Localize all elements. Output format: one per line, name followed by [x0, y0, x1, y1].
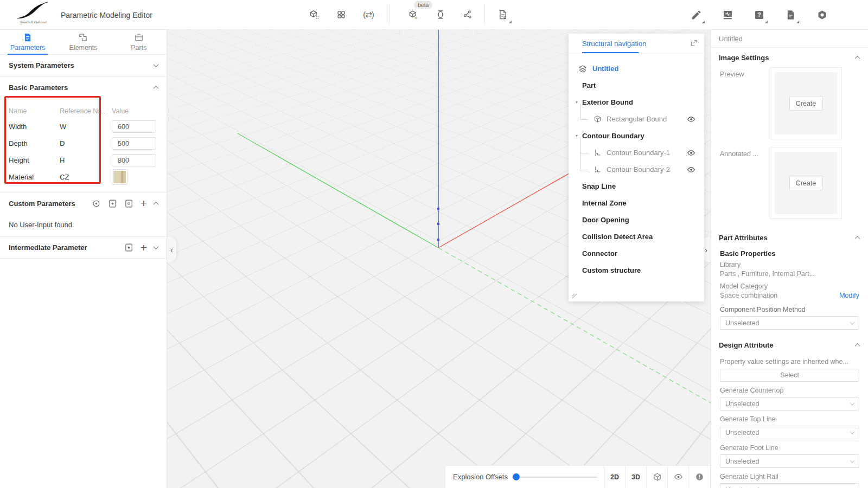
document-list-icon[interactable] [781, 5, 800, 24]
create-annotated-button[interactable]: Create [789, 176, 823, 190]
toolbar-divider [389, 4, 390, 25]
structural-navigation-panel: Structural navigation Untitled Part ▾ Ex… [569, 34, 704, 301]
explosion-offsets-slider[interactable] [512, 477, 597, 478]
import-starred-icon[interactable]: ★ [124, 243, 133, 252]
target-icon[interactable] [92, 199, 101, 208]
nav-item-part[interactable]: Part [569, 77, 704, 94]
generate-countertop-field: Generate Countertop Unselected [711, 387, 868, 410]
import-marked-icon[interactable] [124, 199, 133, 208]
tab-parts[interactable]: Parts [111, 30, 167, 54]
nav-item-rectangular-bound[interactable]: Rectangular Bound [569, 111, 704, 127]
mode-3d-button[interactable]: 3D [625, 466, 646, 488]
table-row-depth: Depth D [9, 135, 158, 152]
no-user-input-text: No User-Input found. [0, 214, 167, 237]
generate-foot-line-field: Generate Foot Line Unselected [711, 444, 868, 468]
generate-top-line-dropdown[interactable]: Unselected [720, 426, 859, 439]
visibility-button[interactable] [667, 466, 688, 488]
nav-item-contour-boundary-2[interactable]: Contour Boundary-2 [569, 161, 704, 178]
visibility-eye-icon[interactable] [687, 115, 695, 124]
visibility-eye-icon[interactable] [687, 165, 695, 174]
activity-monitor-icon[interactable] [718, 5, 737, 24]
model-category-label: Model Category [711, 282, 868, 290]
col-header-reference: Reference Na.. [60, 107, 112, 115]
model-category-value: Space combination [720, 292, 777, 299]
component-library-icon[interactable] [305, 5, 323, 24]
toolbar-group-functions: beta fx [404, 5, 477, 24]
modify-link[interactable]: Modify [839, 292, 859, 299]
generate-countertop-dropdown[interactable]: Unselected [720, 397, 859, 410]
contour-icon [593, 149, 602, 157]
attributes-panel: Untitled Image Settings Preview Create A… [711, 30, 868, 488]
nav-title-underline [582, 52, 639, 54]
settings-nut-icon[interactable] [813, 5, 831, 24]
tab-label: Elements [69, 44, 97, 52]
create-preview-button[interactable]: Create [789, 96, 823, 111]
pattern-array-icon[interactable] [332, 5, 350, 24]
nav-item-custom-structure[interactable]: Custom structure [569, 262, 704, 279]
section-intermediate-parameter[interactable]: Intermediate Parameter ★ + [0, 237, 167, 259]
document-export-icon[interactable] [494, 5, 512, 24]
logo-text: SeaGull Cabinet [15, 21, 51, 24]
section-system-parameters[interactable]: System Parameters [0, 55, 167, 76]
swap-parameters-icon[interactable]: (⇄) [359, 5, 378, 24]
nav-tree: Untitled Part ▾ Exterior Bound Rectangul… [569, 54, 704, 301]
nav-item-snap-line[interactable]: Snap Line [569, 178, 704, 195]
cube-view-button[interactable] [646, 466, 667, 488]
layers-icon [578, 65, 587, 73]
nav-item-internal-zone[interactable]: Internal Zone [569, 195, 704, 211]
height-value-input[interactable] [112, 154, 156, 166]
chevron-down-icon [850, 401, 854, 405]
nav-item-connector[interactable]: Connector [569, 245, 704, 262]
tab-elements[interactable]: Elements [55, 30, 111, 54]
nav-item-door-opening[interactable]: Door Opening [569, 211, 704, 228]
document-title: Untitled [711, 30, 868, 48]
annotated-label: Annotated ... [720, 147, 770, 219]
material-swatch[interactable] [112, 169, 127, 185]
generate-light-rail-dropdown[interactable]: Unselected [720, 483, 859, 488]
visibility-eye-icon[interactable] [687, 149, 695, 157]
add-custom-parameter-icon[interactable]: + [141, 198, 147, 208]
library-value: Parts , Furniture, Internal Part... [720, 270, 815, 278]
preview-image-box: Create [770, 67, 842, 139]
nav-item-contour-boundary[interactable]: ▾ Contour Boundary [569, 127, 704, 144]
nav-item-untitled[interactable]: Untitled [569, 60, 704, 77]
collapse-left-panel-button[interactable]: ‹ [167, 237, 176, 262]
mode-2d-button[interactable]: 2D [604, 466, 625, 488]
share-nodes-icon[interactable] [458, 5, 477, 24]
select-button[interactable]: Select [720, 369, 859, 382]
component-position-dropdown[interactable]: Unselected [720, 316, 859, 330]
section-part-attributes[interactable]: Part Attributes [711, 228, 868, 247]
nav-title: Structural navigation [582, 40, 647, 48]
generate-foot-line-dropdown[interactable]: Unselected [720, 454, 859, 468]
section-custom-parameters[interactable]: Custom Parameters ★ + [0, 192, 167, 214]
y-axis-line [238, 133, 438, 248]
cube-formula-icon[interactable]: beta fx [404, 5, 423, 24]
tab-label: Parameters [10, 44, 46, 52]
nav-item-contour-boundary-1[interactable]: Contour Boundary-1 [569, 144, 704, 161]
parts-icon [134, 33, 144, 42]
section-design-attribute[interactable]: Design Attribute [711, 335, 868, 355]
import-starred-icon[interactable]: ★ [108, 199, 117, 208]
chevron-down-icon [850, 458, 854, 463]
warnings-button[interactable] [688, 466, 710, 488]
panel-resize-handle[interactable] [572, 293, 577, 299]
collapse-caret-icon[interactable]: ▾ [576, 133, 578, 138]
nav-item-collision-detect-area[interactable]: Collision Detect Area [569, 228, 704, 245]
chevron-up-icon [154, 85, 159, 91]
nav-item-exterior-bound[interactable]: ▾ Exterior Bound [569, 94, 704, 111]
slider-knob[interactable] [513, 473, 520, 480]
expand-panel-icon[interactable] [690, 39, 698, 47]
edit-pencil-icon[interactable] [687, 5, 705, 24]
depth-value-input[interactable] [112, 137, 156, 150]
table-row-material: Material CZ [9, 169, 158, 185]
tab-parameters[interactable]: Parameters [0, 30, 55, 54]
section-image-settings[interactable]: Image Settings [711, 48, 868, 67]
help-icon[interactable]: ? [750, 5, 768, 24]
section-clamp-icon[interactable] [431, 5, 450, 24]
collapse-caret-icon[interactable]: ▾ [576, 100, 578, 105]
contour-icon [593, 165, 602, 174]
section-basic-parameters[interactable]: Basic Parameters [0, 76, 167, 98]
add-intermediate-parameter-icon[interactable]: + [141, 243, 147, 253]
width-value-input[interactable] [112, 120, 156, 133]
chevron-up-icon [855, 343, 860, 348]
